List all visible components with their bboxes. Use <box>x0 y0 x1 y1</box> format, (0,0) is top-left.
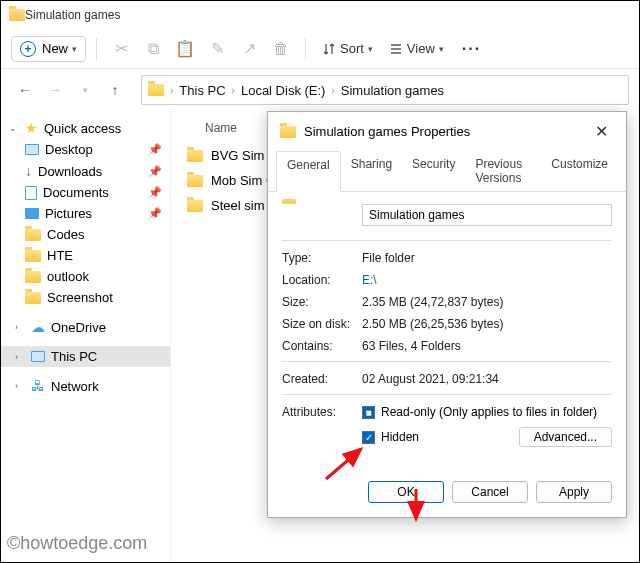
sort-button[interactable]: Sort ▾ <box>316 37 379 60</box>
sidebar-network[interactable]: ›🖧Network <box>1 375 170 397</box>
chevron-right-icon: › <box>331 85 334 96</box>
up-button[interactable]: ↑ <box>101 76 129 104</box>
expander-icon[interactable]: › <box>15 352 25 362</box>
close-button[interactable]: ✕ <box>589 120 614 143</box>
dialog-title: Simulation games Properties <box>304 124 470 139</box>
sidebar-item-desktop[interactable]: Desktop📌 <box>1 139 170 160</box>
sidebar-item-codes[interactable]: Codes <box>1 224 170 245</box>
dialog-tabs: General Sharing Security Previous Versio… <box>268 151 626 192</box>
plus-icon: + <box>20 41 36 57</box>
tab-general[interactable]: General <box>276 151 341 192</box>
expander-icon[interactable]: › <box>15 381 25 391</box>
pin-icon: 📌 <box>148 165 162 178</box>
created-label: Created: <box>282 372 362 386</box>
folder-icon <box>25 292 41 304</box>
rename-icon[interactable]: ✎ <box>203 35 231 63</box>
chevron-down-icon: ▾ <box>439 44 444 54</box>
folder-icon <box>25 250 41 262</box>
desktop-icon <box>25 144 39 155</box>
watermark: ©howtoedge.com <box>7 533 147 554</box>
sidebar-item-pictures[interactable]: Pictures📌 <box>1 203 170 224</box>
sidebar: ⌄ ★ Quick access Desktop📌 ↓Downloads📌 Do… <box>1 111 171 562</box>
separator <box>282 361 612 362</box>
toolbar: + New ▾ ✂ ⧉ 📋 ✎ ↗ 🗑 Sort ▾ View ▾ ··· <box>1 29 639 69</box>
pc-icon <box>31 351 45 362</box>
sort-icon <box>322 42 336 56</box>
sidebar-onedrive[interactable]: ›☁OneDrive <box>1 316 170 338</box>
recent-button[interactable]: ▾ <box>71 76 99 104</box>
chevron-down-icon: ▾ <box>368 44 373 54</box>
navigation-bar: ← → ▾ ↑ › This PC › Local Disk (E:) › Si… <box>1 69 639 111</box>
paste-icon[interactable]: 📋 <box>171 35 199 63</box>
tab-sharing[interactable]: Sharing <box>341 151 402 191</box>
network-icon: 🖧 <box>31 378 45 394</box>
contains-label: Contains: <box>282 339 362 353</box>
expander-icon[interactable]: › <box>15 322 25 332</box>
copy-icon[interactable]: ⧉ <box>139 35 167 63</box>
sidebar-item-screenshot[interactable]: Screenshot <box>1 287 170 308</box>
location-label: Location: <box>282 273 362 287</box>
sidebar-item-downloads[interactable]: ↓Downloads📌 <box>1 160 170 182</box>
advanced-button[interactable]: Advanced... <box>519 427 612 447</box>
size-value: 2.35 MB (24,72,837 bytes) <box>362 295 612 309</box>
folder-icon <box>187 200 203 212</box>
view-label: View <box>407 41 435 56</box>
properties-dialog: Simulation games Properties ✕ General Sh… <box>267 111 627 518</box>
separator <box>96 38 97 60</box>
apply-button[interactable]: Apply <box>536 481 612 503</box>
folder-name-input[interactable] <box>362 204 612 226</box>
new-button[interactable]: + New ▾ <box>11 36 86 62</box>
sort-label: Sort <box>340 41 364 56</box>
separator <box>282 240 612 241</box>
hidden-checkbox[interactable]: ✓ <box>362 431 375 444</box>
pictures-icon <box>25 208 39 219</box>
ok-button[interactable]: OK <box>368 481 444 503</box>
folder-icon <box>25 229 41 241</box>
separator <box>305 38 306 60</box>
location-value[interactable]: E:\ <box>362 273 612 287</box>
cut-icon[interactable]: ✂ <box>107 35 135 63</box>
breadcrumb-item[interactable]: Local Disk (E:) <box>241 83 326 98</box>
tab-security[interactable]: Security <box>402 151 465 191</box>
back-button[interactable]: ← <box>11 76 39 104</box>
cloud-icon: ☁ <box>31 319 45 335</box>
forward-button[interactable]: → <box>41 76 69 104</box>
share-icon[interactable]: ↗ <box>235 35 263 63</box>
sidebar-item-documents[interactable]: Documents📌 <box>1 182 170 203</box>
tab-customize[interactable]: Customize <box>541 151 618 191</box>
tab-previous-versions[interactable]: Previous Versions <box>465 151 541 191</box>
dialog-titlebar: Simulation games Properties ✕ <box>268 112 626 151</box>
breadcrumb-item[interactable]: Simulation games <box>341 83 444 98</box>
folder-icon <box>148 84 164 96</box>
folder-icon <box>280 126 296 138</box>
type-label: Type: <box>282 251 362 265</box>
sidebar-item-hte[interactable]: HTE <box>1 245 170 266</box>
dialog-actions: OK Cancel Apply <box>268 471 626 517</box>
chevron-right-icon: › <box>170 85 173 96</box>
type-value: File folder <box>362 251 612 265</box>
download-icon: ↓ <box>25 163 32 179</box>
window-titlebar: Simulation games <box>1 1 639 29</box>
star-icon: ★ <box>25 120 38 136</box>
folder-icon <box>187 175 203 187</box>
contains-value: 63 Files, 4 Folders <box>362 339 612 353</box>
sidebar-item-outlook[interactable]: outlook <box>1 266 170 287</box>
view-button[interactable]: View ▾ <box>383 37 450 60</box>
sidebar-this-pc[interactable]: ›This PC <box>1 346 170 367</box>
address-bar[interactable]: › This PC › Local Disk (E:) › Simulation… <box>141 75 629 105</box>
breadcrumb-item[interactable]: This PC <box>179 83 225 98</box>
folder-icon <box>187 150 203 162</box>
created-value: 02 August 2021, 09:21:34 <box>362 372 612 386</box>
attributes-label: Attributes: <box>282 405 362 419</box>
expander-icon[interactable]: ⌄ <box>9 123 19 133</box>
sidebar-quick-access[interactable]: ⌄ ★ Quick access <box>1 117 170 139</box>
readonly-checkbox[interactable]: ■ <box>362 406 375 419</box>
pin-icon: 📌 <box>148 143 162 156</box>
cancel-button[interactable]: Cancel <box>452 481 528 503</box>
sizeondisk-value: 2.50 MB (26,25,536 bytes) <box>362 317 612 331</box>
folder-icon <box>9 9 25 21</box>
delete-icon[interactable]: 🗑 <box>267 35 295 63</box>
more-button[interactable]: ··· <box>454 36 489 62</box>
pin-icon: 📌 <box>148 207 162 220</box>
pin-icon: 📌 <box>148 186 162 199</box>
